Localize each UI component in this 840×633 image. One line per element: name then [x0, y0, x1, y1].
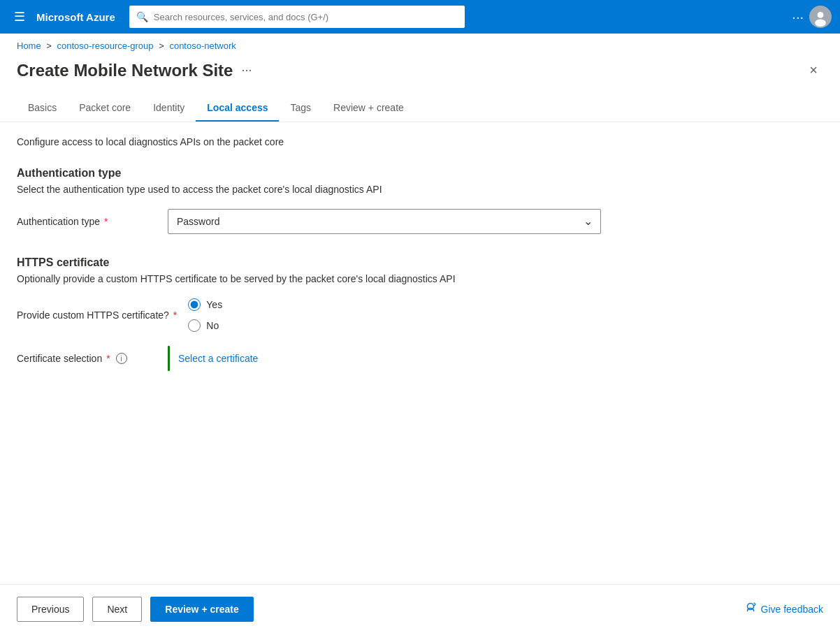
- search-box[interactable]: 🔍: [129, 6, 465, 28]
- cert-radio-no[interactable]: No: [188, 319, 222, 332]
- auth-section: Authentication type Select the authentic…: [17, 167, 823, 234]
- https-cert-subtext: Optionally provide a custom HTTPS certif…: [17, 273, 823, 284]
- page-options-icon[interactable]: ···: [241, 63, 252, 78]
- cert-selection-required: *: [106, 353, 110, 364]
- top-navigation: ☰ Microsoft Azure 🔍 ···: [0, 0, 840, 34]
- cert-selection-label: Certificate selection * i: [17, 353, 157, 364]
- user-avatar[interactable]: [809, 6, 832, 28]
- auth-type-required: *: [104, 216, 108, 227]
- tab-identity[interactable]: Identity: [142, 95, 196, 122]
- cert-radio-no-input[interactable]: [188, 319, 201, 332]
- topnav-more-icon[interactable]: ···: [786, 3, 809, 31]
- tab-basics[interactable]: Basics: [17, 95, 68, 122]
- feedback-icon: [744, 602, 757, 617]
- previous-button[interactable]: Previous: [17, 597, 84, 622]
- page-description: Configure access to local diagnostics AP…: [17, 136, 823, 147]
- https-cert-section: HTTPS certificate Optionally provide a c…: [17, 256, 823, 371]
- auth-section-subtext: Select the authentication type used to a…: [17, 184, 823, 195]
- auth-section-heading: Authentication type: [17, 167, 823, 180]
- breadcrumb-resource-group[interactable]: contoso-resource-group: [57, 41, 154, 51]
- auth-type-select-wrapper: Password Microsoft Entra ID None: [168, 209, 601, 234]
- auth-type-row: Authentication type * Password Microsoft…: [17, 209, 823, 234]
- https-cert-heading: HTTPS certificate: [17, 256, 823, 269]
- cert-select-link-wrapper: Select a certificate: [168, 346, 258, 371]
- tab-review-create[interactable]: Review + create: [322, 95, 415, 122]
- tab-local-access[interactable]: Local access: [196, 95, 279, 122]
- breadcrumb: Home > contoso-resource-group > contoso-…: [0, 34, 840, 51]
- give-feedback-link[interactable]: Give feedback: [744, 602, 824, 617]
- cert-selection-info-icon[interactable]: i: [116, 353, 127, 364]
- auth-type-select[interactable]: Password Microsoft Entra ID None: [168, 209, 601, 234]
- cert-selection-row: Certificate selection * i Select a certi…: [17, 346, 823, 371]
- cert-radio-yes-input[interactable]: [188, 298, 201, 311]
- cert-bar-indicator: [168, 346, 170, 371]
- cert-radio-yes[interactable]: Yes: [188, 298, 222, 311]
- cert-radio-no-label: No: [206, 320, 219, 331]
- cert-radio-label: Provide custom HTTPS certificate? *: [17, 310, 177, 321]
- svg-point-1: [818, 12, 824, 18]
- hamburger-icon[interactable]: ☰: [8, 3, 31, 30]
- svg-point-2: [815, 20, 826, 27]
- tab-bar: Basics Packet core Identity Local access…: [0, 81, 840, 122]
- cert-radio-yes-label: Yes: [206, 299, 222, 310]
- cert-radio-row: Provide custom HTTPS certificate? * Yes …: [17, 298, 823, 332]
- breadcrumb-network[interactable]: contoso-network: [169, 41, 236, 51]
- breadcrumb-home[interactable]: Home: [17, 41, 41, 51]
- review-create-button[interactable]: Review + create: [150, 597, 253, 622]
- footer: Previous Next Review + create Give feedb…: [0, 584, 840, 633]
- close-button[interactable]: ×: [804, 59, 823, 81]
- azure-logo: Microsoft Azure: [36, 11, 115, 23]
- tab-packet-core[interactable]: Packet core: [68, 95, 142, 122]
- main-content: Configure access to local diagnostics AP…: [0, 122, 840, 584]
- cert-radio-group: Yes No: [188, 298, 222, 332]
- auth-type-label: Authentication type *: [17, 216, 157, 227]
- search-input[interactable]: [154, 12, 458, 22]
- select-certificate-link[interactable]: Select a certificate: [178, 353, 258, 364]
- feedback-label: Give feedback: [761, 604, 824, 615]
- page-header: Create Mobile Network Site ··· ×: [0, 51, 840, 81]
- page-title: Create Mobile Network Site: [17, 61, 233, 80]
- tab-tags[interactable]: Tags: [279, 95, 322, 122]
- next-button[interactable]: Next: [92, 597, 142, 622]
- cert-radio-required: *: [173, 310, 177, 321]
- search-icon: 🔍: [136, 11, 148, 22]
